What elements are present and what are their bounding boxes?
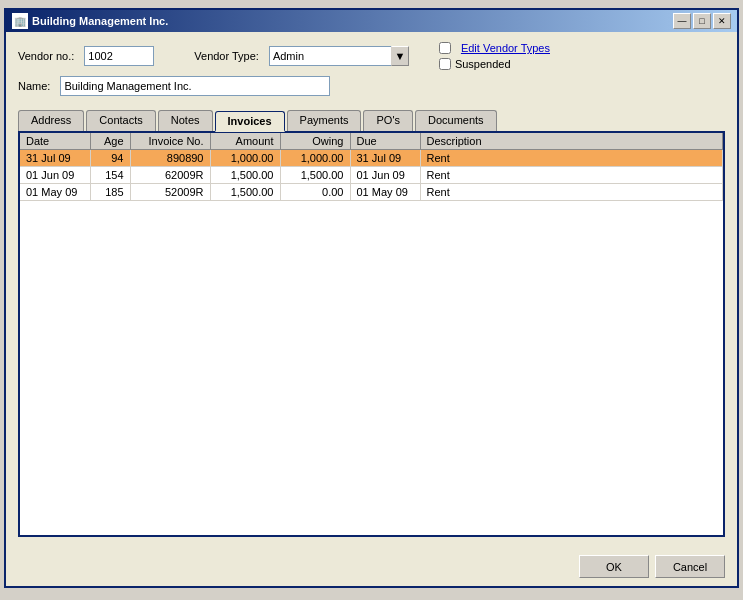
close-button[interactable]: ✕	[713, 13, 731, 29]
tab-notes[interactable]: Notes	[158, 110, 213, 131]
tab-pos[interactable]: PO's	[363, 110, 413, 131]
cell-description: Rent	[420, 150, 723, 167]
col-header-description: Description	[420, 133, 723, 150]
cell-date: 01 Jun 09	[20, 167, 90, 184]
footer-bar: OK Cancel	[6, 547, 737, 586]
col-header-invoice-no: Invoice No.	[130, 133, 210, 150]
cell-invoice-no: 890890	[130, 150, 210, 167]
tab-contacts[interactable]: Contacts	[86, 110, 155, 131]
tab-payments[interactable]: Payments	[287, 110, 362, 131]
maximize-button[interactable]: □	[693, 13, 711, 29]
cell-due: 01 May 09	[350, 184, 420, 201]
window-controls: — □ ✕	[673, 13, 731, 29]
vendor-type-wrapper: Admin Supplier Contractor ▼	[269, 46, 409, 66]
suspended-label: Suspended	[455, 58, 511, 70]
cell-owing: 0.00	[280, 184, 350, 201]
content-area: Vendor no.: Vendor Type: Admin Supplier …	[6, 32, 737, 547]
cell-age: 94	[90, 150, 130, 167]
cell-owing: 1,000.00	[280, 150, 350, 167]
cell-date: 01 May 09	[20, 184, 90, 201]
ok-button[interactable]: OK	[579, 555, 649, 578]
cell-description: Rent	[420, 167, 723, 184]
col-header-date: Date	[20, 133, 90, 150]
suspended-row: Suspended	[439, 58, 550, 70]
edit-vendor-types-link[interactable]: Edit Vendor Types	[461, 42, 550, 54]
tab-address[interactable]: Address	[18, 110, 84, 131]
cell-age: 185	[90, 184, 130, 201]
cell-due: 31 Jul 09	[350, 150, 420, 167]
app-icon: 🏢	[12, 13, 28, 29]
tab-panel-invoices: Date Age Invoice No. Amount Owing Due De…	[18, 131, 725, 537]
cell-amount: 1,500.00	[210, 184, 280, 201]
cell-due: 01 Jun 09	[350, 167, 420, 184]
vendor-type-select[interactable]: Admin Supplier Contractor	[269, 46, 409, 66]
table-row[interactable]: 01 Jun 0915462009R1,500.001,500.0001 Jun…	[20, 167, 723, 184]
table-row[interactable]: 31 Jul 09948908901,000.001,000.0031 Jul …	[20, 150, 723, 167]
edit-vendor-types-checkbox[interactable]	[439, 42, 451, 54]
tab-documents[interactable]: Documents	[415, 110, 497, 131]
tabs-row: Address Contacts Notes Invoices Payments…	[18, 110, 725, 133]
cell-age: 154	[90, 167, 130, 184]
window-title: Building Management Inc.	[32, 15, 168, 27]
col-header-owing: Owing	[280, 133, 350, 150]
name-label: Name:	[18, 80, 50, 92]
cell-description: Rent	[420, 184, 723, 201]
cell-owing: 1,500.00	[280, 167, 350, 184]
col-header-age: Age	[90, 133, 130, 150]
right-controls: Edit Vendor Types Suspended	[439, 42, 550, 70]
col-header-amount: Amount	[210, 133, 280, 150]
cell-amount: 1,000.00	[210, 150, 280, 167]
minimize-button[interactable]: —	[673, 13, 691, 29]
table-row[interactable]: 01 May 0918552009R1,500.000.0001 May 09R…	[20, 184, 723, 201]
suspended-checkbox[interactable]	[439, 58, 451, 70]
vendor-no-label: Vendor no.:	[18, 50, 74, 62]
cell-date: 31 Jul 09	[20, 150, 90, 167]
cancel-button[interactable]: Cancel	[655, 555, 725, 578]
main-window: 🏢 Building Management Inc. — □ ✕ Vendor …	[4, 8, 739, 588]
name-row: Name:	[18, 76, 725, 96]
vendor-no-input[interactable]	[84, 46, 154, 66]
invoices-table-container: Date Age Invoice No. Amount Owing Due De…	[20, 133, 723, 535]
cell-invoice-no: 52009R	[130, 184, 210, 201]
table-header-row: Date Age Invoice No. Amount Owing Due De…	[20, 133, 723, 150]
name-input[interactable]	[60, 76, 330, 96]
col-header-due: Due	[350, 133, 420, 150]
cell-amount: 1,500.00	[210, 167, 280, 184]
cell-invoice-no: 62009R	[130, 167, 210, 184]
vendor-info-row: Vendor no.: Vendor Type: Admin Supplier …	[18, 42, 725, 70]
vendor-type-label: Vendor Type:	[194, 50, 259, 62]
edit-vendor-types-row: Edit Vendor Types	[439, 42, 550, 54]
tabs-container: Address Contacts Notes Invoices Payments…	[18, 110, 725, 537]
title-bar: 🏢 Building Management Inc. — □ ✕	[6, 10, 737, 32]
title-bar-left: 🏢 Building Management Inc.	[12, 13, 168, 29]
tab-invoices[interactable]: Invoices	[215, 111, 285, 132]
invoices-table: Date Age Invoice No. Amount Owing Due De…	[20, 133, 723, 201]
